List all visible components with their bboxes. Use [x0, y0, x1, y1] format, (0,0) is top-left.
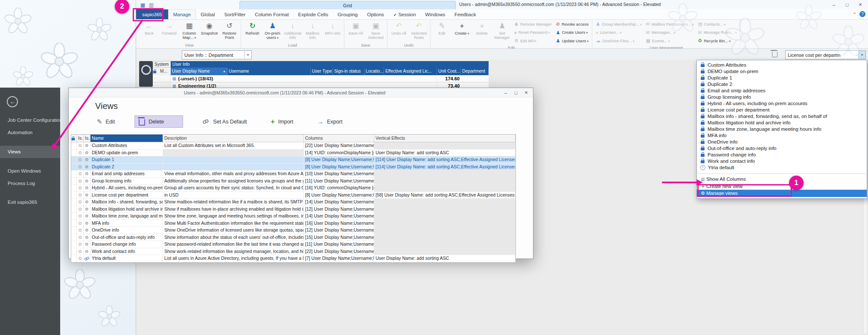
table-row[interactable]: Mailbox info - shared, forwarding, send …: [71, 199, 516, 206]
ribbon-button[interactable]: Snapshot: [199, 20, 219, 35]
grid-column-header[interactable]: Effective Assigned Lic...: [384, 68, 437, 75]
table-column-header[interactable]: Vertical Effects: [374, 135, 516, 142]
sidebar-item[interactable]: Views: [0, 146, 60, 158]
sidebar-item[interactable]: Exit sapio365: [0, 196, 60, 209]
view-dropdown-item[interactable]: Work and contact info: [697, 158, 867, 164]
grid-column-header[interactable]: User Display Name: [171, 68, 227, 75]
ribbon-button[interactable]: On-prem users: [262, 20, 283, 40]
view-dropdown-item[interactable]: License cost per department: [697, 106, 867, 113]
view-dropdown-item[interactable]: Duplicate 1: [697, 74, 867, 81]
ribbon-tab[interactable]: Options: [362, 9, 389, 19]
grid-column-header[interactable]: Sign-in status: [333, 68, 364, 75]
ribbon-button[interactable]: Contacts...: [696, 20, 739, 29]
close-icon[interactable]: [855, 1, 865, 8]
close-icon[interactable]: [521, 89, 531, 96]
ribbon-button[interactable]: Refresh: [242, 20, 262, 35]
ribbon-button[interactable]: Restore Point: [219, 20, 239, 40]
sidebar-item[interactable]: Process Log: [0, 177, 60, 190]
ribbon-button[interactable]: Create: [452, 20, 472, 35]
help-icon[interactable]: [859, 11, 865, 17]
dialog-toolbar-button[interactable]: Set As Default: [198, 117, 251, 127]
ribbon-button[interactable]: Message Rules...: [696, 29, 739, 37]
table-row[interactable]: Group licensing info Additionally show p…: [71, 178, 516, 185]
ribbon-button[interactable]: OneDrive Files...: [594, 37, 644, 45]
table-row[interactable]: Mailbox litigation hold and archive info…: [71, 206, 516, 213]
dialog-toolbar-button[interactable]: Delete: [134, 115, 183, 128]
table-row[interactable]: Custom Attributes List all Custom Attrib…: [71, 142, 516, 150]
ribbon-tab[interactable]: Global: [196, 9, 219, 19]
sidebar-item[interactable]: Automation: [0, 126, 60, 139]
grid-column-header[interactable]: Username: [227, 68, 311, 75]
table-row[interactable]: License cost per department in USD [8] U…: [71, 192, 516, 199]
ribbon-button[interactable]: Edit MFA: [512, 37, 554, 45]
lock-column-header[interactable]: [153, 68, 159, 75]
table-row[interactable]: Ytria default List all users in Azure Ac…: [71, 255, 516, 262]
ribbon-button[interactable]: Selected Rows: [409, 20, 429, 40]
ribbon-button[interactable]: Save All: [346, 20, 366, 35]
table-row[interactable]: Email and smtp addresses View email info…: [71, 170, 516, 178]
views-combo[interactable]: License cost per departm: [785, 50, 866, 59]
ribbon-button[interactable]: Remove Manager: [512, 20, 554, 29]
table-row[interactable]: Password change info Show password-relat…: [71, 241, 516, 248]
views-menu-action[interactable]: Show All Columns: [697, 176, 867, 183]
delete-view-icon[interactable]: [772, 52, 778, 57]
table-column-header[interactable]: Is...: [84, 135, 90, 142]
dialog-toolbar-button[interactable]: Import: [266, 116, 297, 128]
grid-window-tab[interactable]: Grid: [239, 1, 456, 9]
ribbon-tab[interactable]: Sort/Filter: [220, 9, 250, 19]
chevron-down-icon[interactable]: [244, 51, 251, 59]
chevron-down-icon[interactable]: [858, 51, 865, 59]
dialog-toolbar-button[interactable]: Export: [313, 116, 347, 127]
table-row[interactable]: Out-of-office and auto-reply info Show i…: [71, 234, 516, 241]
ribbon-button[interactable]: Mailbox info: [303, 20, 323, 40]
ribbon-tab[interactable]: Grouping: [333, 9, 362, 19]
view-dropdown-item[interactable]: Group licensing info: [697, 94, 867, 100]
view-filter-combo[interactable]: User Info :: Department: [182, 50, 252, 59]
grid-column-header[interactable]: User Type: [311, 68, 333, 75]
back-button[interactable]: [7, 96, 18, 107]
table-row[interactable]: DEMO update on-prem [14] YUID: commonDis…: [71, 150, 516, 157]
view-dropdown-item[interactable]: DEMO update on-prem: [697, 68, 867, 74]
view-dropdown-item[interactable]: Custom Attributes: [697, 62, 867, 68]
grid-logo-icon[interactable]: [139, 61, 153, 87]
sidebar-item[interactable]: Open Windows: [0, 165, 60, 177]
view-dropdown-item[interactable]: Ytria default: [697, 164, 867, 170]
ribbon-button[interactable]: Column Map...: [179, 20, 199, 40]
view-dropdown-item[interactable]: OneDrive info: [697, 138, 867, 145]
table-column-header[interactable]: Description: [163, 135, 304, 142]
table-row[interactable]: Duplicate 1 [8] User Display Name;Userna…: [71, 156, 516, 164]
ribbon-button[interactable]: Licenses...: [594, 29, 644, 37]
restore-icon[interactable]: [842, 1, 852, 8]
ribbon-button[interactable]: Additional Info: [283, 20, 303, 40]
table-column-header[interactable]: Name: [90, 135, 163, 142]
grid-column-header[interactable]: Department: [461, 68, 489, 75]
view-dropdown-item[interactable]: Email and smtp addresses: [697, 87, 867, 94]
collapse-ribbon-icon[interactable]: [853, 12, 856, 17]
ribbon-button[interactable]: Group Membership...: [594, 20, 644, 29]
table-row[interactable]: Work and contact info Show work-related …: [71, 248, 516, 256]
ribbon-button[interactable]: Update Users: [554, 37, 591, 45]
view-dropdown-item[interactable]: Mailbox litigation hold and archive info: [697, 119, 867, 126]
table-column-header[interactable]: Is...: [77, 135, 84, 142]
column-group-user-info[interactable]: User Info: [171, 61, 489, 68]
table-row[interactable]: OneDrive info Show OneDrive information …: [71, 227, 516, 234]
ribbon-button[interactable]: Forward: [159, 20, 179, 35]
ribbon-tab[interactable]: Manage: [168, 9, 196, 19]
grid-group-row[interactable]: (-unset-) (18/43) 174.60: [153, 75, 489, 82]
grid-column-header[interactable]: M...: [159, 68, 171, 75]
expand-icon[interactable]: [171, 76, 178, 81]
minimize-icon[interactable]: [829, 1, 839, 8]
view-dropdown-item[interactable]: Hybrid - All users, including on-prem ac…: [697, 100, 867, 106]
ribbon-button[interactable]: Mailbox Permissions...: [644, 20, 696, 29]
ribbon-tab[interactable]: Windows: [420, 9, 450, 19]
grid-column-header[interactable]: Unit Cost...: [437, 68, 461, 75]
ribbon-tab[interactable]: Explode Cells: [294, 9, 333, 19]
ribbon-button[interactable]: Edit: [432, 20, 452, 35]
ribbon-tab[interactable]: Column Format: [250, 9, 293, 19]
ribbon-button[interactable]: Save Selected: [366, 20, 386, 40]
ribbon-button[interactable]: Events...: [644, 37, 696, 45]
ribbon-button[interactable]: Back: [139, 20, 159, 35]
table-row[interactable]: MFA info Show Multi Factor Authenticatio…: [71, 220, 516, 227]
lock-column-header[interactable]: [71, 135, 77, 142]
ribbon-button[interactable]: Revoke access: [554, 20, 591, 29]
